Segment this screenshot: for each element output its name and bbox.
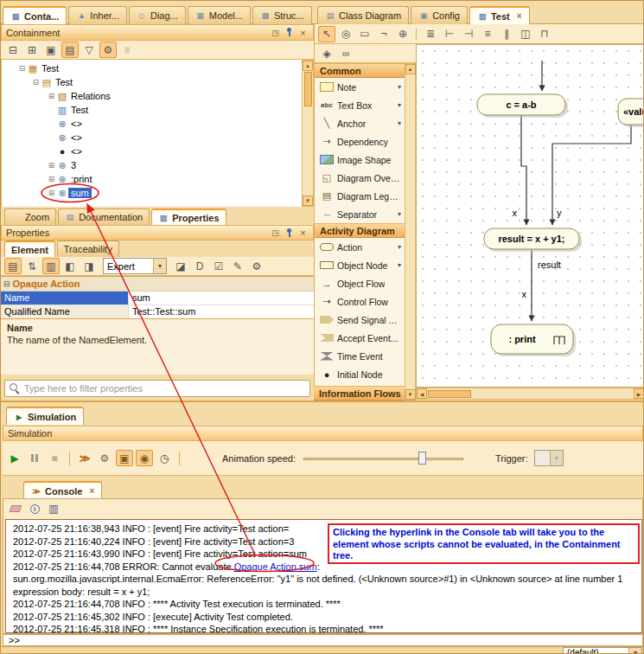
edit-button[interactable]: ✎ bbox=[229, 258, 246, 274]
group-view-button[interactable]: ▣ bbox=[42, 42, 60, 58]
close-tab-icon[interactable] bbox=[89, 486, 94, 496]
containment-tree[interactable]: ⊟ ▦ Test ⊟ ▤ Test ⊞ ▧ Relations ▥ Test ⊗… bbox=[1, 60, 302, 207]
opaque-action-link[interactable]: Opaque Action sum bbox=[234, 561, 317, 572]
tree-item[interactable]: ⊞ ⊗ :print bbox=[2, 172, 302, 186]
console-filter-button[interactable] bbox=[45, 501, 62, 517]
pin-panel-icon[interactable] bbox=[284, 228, 295, 239]
tab-class-diagram[interactable]: ▤ Class Diagram bbox=[317, 6, 409, 24]
categorized-view-button[interactable]: ▤ bbox=[4, 258, 22, 274]
show-auxiliary-button[interactable]: ▤ bbox=[61, 42, 79, 58]
float-panel-icon[interactable] bbox=[270, 228, 281, 239]
console-context-select[interactable]: (default) bbox=[563, 647, 642, 654]
options-button[interactable]: ⚙ bbox=[99, 42, 117, 58]
canvas-horizontal-scrollbar[interactable]: ◀ ▶ bbox=[416, 388, 644, 400]
object-flow-edge-value-to-y[interactable] bbox=[552, 125, 631, 225]
swimlane-tool[interactable]: ◈ bbox=[318, 45, 335, 61]
dropdown-arrow-icon[interactable] bbox=[398, 83, 401, 91]
float-panel-icon[interactable] bbox=[270, 27, 281, 38]
collapse-nodes-button[interactable]: ◧ bbox=[61, 258, 79, 274]
tab-zoom[interactable]: Zoom bbox=[4, 208, 56, 225]
expander-icon[interactable]: ⊟ bbox=[17, 64, 27, 73]
run-fast-button[interactable] bbox=[76, 450, 93, 466]
palette-footer-category[interactable]: Information Flows bbox=[314, 386, 405, 401]
shape-tool[interactable]: ▭ bbox=[356, 26, 373, 42]
close-panel-icon[interactable] bbox=[297, 228, 309, 239]
trigger-select[interactable] bbox=[534, 450, 564, 466]
auto-open-diagrams-toggle[interactable] bbox=[116, 450, 133, 466]
customize-button[interactable]: ⚙ bbox=[248, 258, 265, 274]
tab-containment[interactable]: ▤ Conta... bbox=[3, 6, 67, 24]
palette-item[interactable]: Time Event bbox=[315, 347, 405, 365]
expander-icon[interactable]: ⊞ bbox=[47, 161, 56, 170]
tab-simulation[interactable]: Simulation bbox=[6, 407, 84, 425]
play-button[interactable] bbox=[6, 450, 23, 466]
tab-model[interactable]: ▦ Model... bbox=[188, 6, 251, 24]
palette-item[interactable]: Image Shape bbox=[315, 151, 405, 169]
scroll-up-icon[interactable]: ▲ bbox=[405, 64, 416, 74]
palette-scrollbar[interactable]: ▲ ▼ bbox=[405, 63, 416, 401]
simulation-options-button[interactable] bbox=[96, 450, 113, 466]
console-info-button[interactable] bbox=[26, 501, 43, 517]
palette-item[interactable]: ◱ Diagram Overview bbox=[315, 169, 405, 187]
scroll-left-icon[interactable]: ◀ bbox=[417, 388, 427, 399]
tree-item[interactable]: ⊟ ▤ Test bbox=[2, 75, 302, 89]
scroll-thumb[interactable] bbox=[304, 72, 312, 106]
palette-item[interactable]: Accept Event... bbox=[315, 329, 405, 347]
palette-item[interactable]: abc Text Box bbox=[315, 96, 405, 114]
containment-lines-tool[interactable]: ≣ bbox=[422, 26, 439, 42]
tab-properties[interactable]: ▥ Properties bbox=[151, 208, 226, 225]
dropdown-arrow-icon[interactable] bbox=[398, 119, 401, 127]
property-row[interactable]: Name sum bbox=[1, 292, 314, 305]
scroll-down-icon[interactable]: ▼ bbox=[303, 196, 313, 206]
tree-item[interactable]: ▥ Test bbox=[2, 103, 302, 117]
defaults-button[interactable]: D bbox=[191, 258, 208, 274]
terminate-button[interactable] bbox=[46, 450, 63, 466]
palette-item[interactable]: ⇢ Control Flow bbox=[315, 292, 405, 311]
clone-button[interactable]: ◪ bbox=[172, 258, 189, 274]
scroll-right-icon[interactable]: ▶ bbox=[634, 388, 644, 399]
tab-config[interactable]: ▣ Config bbox=[411, 6, 468, 24]
dropdown-arrow-icon[interactable] bbox=[398, 243, 401, 251]
tab-structure[interactable]: ▩ Struc... bbox=[252, 6, 312, 24]
link-button[interactable]: ≡ bbox=[118, 42, 136, 58]
tree-item[interactable]: ⊟ ▦ Test bbox=[2, 61, 302, 75]
add-element-tool[interactable]: ⊕ bbox=[394, 26, 411, 42]
console-prompt-row[interactable]: >> bbox=[3, 634, 643, 646]
scroll-up-icon[interactable]: ▲ bbox=[303, 61, 313, 71]
console-input[interactable] bbox=[23, 635, 637, 645]
show-description-button[interactable]: ▥ bbox=[42, 258, 60, 274]
zoom-tool[interactable]: ◎ bbox=[337, 26, 354, 42]
align-center-tool[interactable]: ≡ bbox=[479, 26, 496, 42]
sort-button[interactable]: ⇅ bbox=[23, 258, 41, 274]
dropdown-arrow-icon[interactable] bbox=[398, 210, 401, 218]
filter-button[interactable]: ▽ bbox=[80, 42, 98, 58]
animation-speed-slider[interactable] bbox=[303, 451, 463, 466]
toolbar-separator[interactable] bbox=[416, 28, 418, 41]
align-right-tool[interactable]: ⊣ bbox=[460, 26, 477, 42]
dropdown-arrow-icon[interactable] bbox=[398, 261, 401, 269]
close-panel-icon[interactable] bbox=[297, 27, 309, 38]
tree-item[interactable]: ⊗ <> bbox=[2, 131, 302, 144]
palette-item[interactable]: Activity Diagram bbox=[315, 223, 405, 238]
scroll-down-icon[interactable]: ▼ bbox=[405, 389, 416, 400]
distribute-tool[interactable]: ∥ bbox=[498, 26, 515, 42]
expander-icon[interactable]: ⊞ bbox=[47, 189, 56, 197]
tree-scrollbar[interactable]: ▲ ▼ bbox=[302, 60, 314, 207]
tree-item[interactable]: ● <> bbox=[2, 144, 302, 158]
property-group-header[interactable]: Opaque Action bbox=[1, 277, 314, 292]
animate-toggle[interactable] bbox=[136, 450, 153, 466]
tree-item[interactable]: ⊞ ⊗ sum bbox=[2, 186, 302, 200]
make-same-size-tool[interactable]: ◫ bbox=[517, 26, 534, 42]
tab-traceability[interactable]: Traceability bbox=[57, 240, 119, 257]
tab-console[interactable]: Console bbox=[23, 481, 102, 499]
select-tool[interactable]: ↖ bbox=[318, 26, 335, 42]
palette-item[interactable]: Object Node bbox=[315, 256, 405, 274]
properties-filter-box[interactable] bbox=[4, 380, 310, 397]
clear-console-button[interactable] bbox=[7, 501, 24, 517]
path-tool[interactable]: ¬ bbox=[375, 26, 392, 42]
tab-documentation[interactable]: ▤ Documentation bbox=[58, 208, 150, 225]
properties-mode-select[interactable]: Expert bbox=[103, 258, 167, 274]
relation-map-tool[interactable]: ∞ bbox=[337, 45, 354, 61]
palette-item[interactable]: Common bbox=[315, 63, 405, 78]
palette-item[interactable]: → Object Flow bbox=[315, 274, 405, 292]
